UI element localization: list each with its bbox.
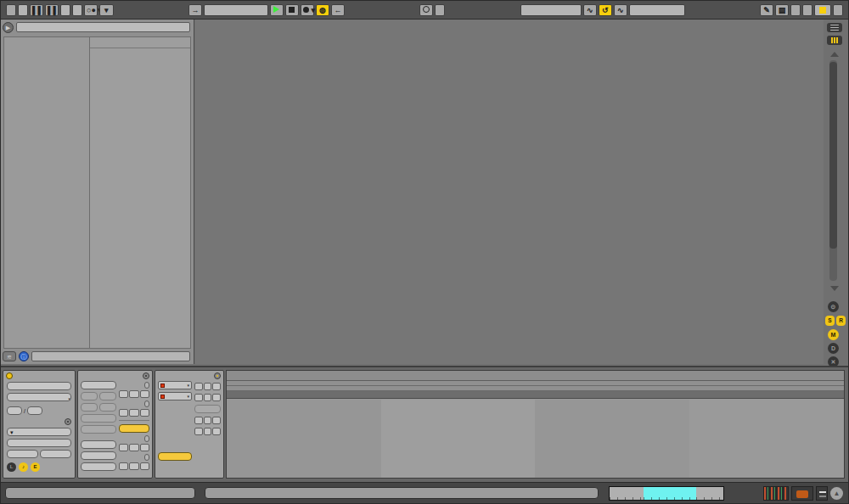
launch-box-toggle[interactable]: L (7, 462, 16, 472)
transport-bar: ▌▌ ▌▌ ○● ▾ ▾ → ▾ ◍ ← ∿ ↺ ∿ (1, 1, 848, 20)
scroll-up-icon[interactable] (830, 52, 839, 57)
duplicate-loop-button[interactable] (81, 425, 116, 434)
disk-overload-indicator[interactable] (833, 4, 843, 16)
play-button[interactable] (270, 4, 284, 16)
stop-button[interactable] (285, 4, 299, 16)
envelope-parameter-chooser[interactable]: ▾ (158, 392, 192, 400)
notes-panel (77, 370, 153, 479)
clip-overview[interactable] (609, 486, 724, 501)
end-position-fields[interactable] (119, 409, 149, 417)
groove-icon[interactable] (65, 418, 71, 425)
signature-denominator-field[interactable] (27, 406, 42, 415)
midi-overdub-button[interactable]: ◍ (316, 4, 329, 16)
arrangement-position-field[interactable] (204, 4, 268, 16)
nudge-forward-button[interactable] (40, 450, 71, 458)
loop-length-fields[interactable] (119, 462, 149, 470)
sends-toggle-button[interactable]: S (825, 316, 835, 326)
draw-mode-button[interactable]: ✎ (760, 4, 773, 16)
invert-button[interactable] (99, 403, 116, 412)
clip-name-field[interactable] (7, 382, 71, 390)
env-loop-button[interactable] (194, 405, 221, 413)
back-to-arrangement-button[interactable]: ← (331, 4, 345, 16)
stop-icon (289, 7, 295, 13)
env-end-fields[interactable] (194, 394, 221, 401)
session-record-button[interactable] (419, 4, 433, 16)
note-range-field[interactable] (81, 381, 116, 389)
status-bar: ▲ (1, 482, 848, 503)
half-tempo-button[interactable] (81, 392, 98, 400)
loop-position-fields[interactable] (119, 444, 149, 451)
metronome-button[interactable]: ○● ▾ (84, 4, 98, 16)
commit-button[interactable] (7, 439, 71, 447)
device-thumbnail-saturator[interactable] (791, 486, 813, 501)
record-icon (303, 7, 309, 13)
nudge-down-button[interactable]: ▌▌ (30, 4, 43, 16)
groove-amount-field[interactable] (72, 4, 82, 16)
double-tempo-button[interactable] (99, 392, 116, 400)
linked-button[interactable] (158, 452, 192, 461)
browser-content (90, 36, 191, 349)
sub-bank-field[interactable] (81, 451, 116, 460)
bank-select-field[interactable] (81, 440, 116, 449)
mixer-toggle-button[interactable]: M (828, 329, 839, 340)
show-hide-detail-icon[interactable]: ▲ (830, 487, 843, 500)
loop-switch[interactable] (119, 424, 149, 433)
quantization-menu[interactable]: ▾ (99, 4, 114, 16)
filter-icon[interactable]: ≋ (3, 351, 16, 361)
io-toggle-icon[interactable]: ⊙ (828, 301, 839, 312)
set-start-button[interactable] (144, 382, 149, 389)
punch-in-button[interactable]: ∿ (583, 4, 597, 16)
reverse-button[interactable] (81, 403, 98, 412)
notes-box-toggle[interactable]: ♪ (19, 462, 28, 472)
computer-keyboard-button[interactable]: ▤ (775, 4, 789, 16)
key-map-button[interactable] (790, 4, 801, 16)
io-show-hide-icon[interactable] (827, 23, 842, 32)
notes-fold-icon[interactable] (143, 372, 149, 379)
preview-icon[interactable]: ▶ (3, 22, 14, 33)
clip-activator-icon[interactable] (6, 372, 13, 379)
mixer-show-hide-icon[interactable] (827, 36, 842, 45)
legato-button[interactable] (81, 414, 116, 423)
search-input[interactable] (16, 22, 190, 32)
capture-new-button[interactable] (435, 4, 445, 16)
env-start-fields[interactable] (194, 383, 221, 390)
tempo-field[interactable] (18, 4, 28, 16)
delay-toggle-button[interactable]: D (828, 343, 839, 354)
envelopes-fold-icon[interactable] (214, 372, 221, 379)
set-length-button[interactable] (144, 454, 149, 461)
clip-color-menu[interactable]: ▾ (7, 393, 71, 401)
tap-tempo-button[interactable] (6, 4, 16, 16)
device-thumbnail-eq[interactable] (816, 486, 828, 501)
session-view (195, 20, 824, 364)
beat-time-ruler[interactable] (227, 371, 844, 381)
punch-out-button[interactable]: ∿ (614, 4, 627, 16)
nudge-up-button[interactable]: ▌▌ (45, 4, 59, 16)
start-position-fields[interactable] (119, 390, 149, 398)
loop-start-field[interactable] (520, 4, 582, 16)
info-icon[interactable]: ⓘ (19, 351, 29, 361)
name-column-header[interactable] (90, 37, 190, 48)
envelope-device-chooser[interactable]: ▾ (158, 381, 192, 389)
env-length-fields[interactable] (194, 428, 221, 435)
nudge-back-button[interactable] (7, 450, 38, 458)
env-position-fields[interactable] (194, 417, 221, 424)
program-field[interactable] (81, 462, 116, 471)
locator-lane[interactable] (227, 391, 844, 399)
set-end-button[interactable] (144, 400, 149, 407)
follow-button[interactable]: → (188, 4, 202, 16)
arrangement-record-button[interactable]: ▾ (301, 4, 314, 16)
midi-note-editor[interactable] (226, 370, 845, 479)
midi-map-button[interactable] (802, 4, 812, 16)
device-thumbnail-drumrack[interactable] (763, 486, 789, 501)
time-signature-field[interactable] (60, 4, 70, 16)
scroll-down-icon[interactable] (830, 286, 839, 291)
signature-numerator-field[interactable] (7, 406, 22, 415)
loop-length-field[interactable] (629, 4, 685, 16)
note-area[interactable] (227, 400, 844, 478)
set-position-button[interactable] (144, 435, 149, 442)
returns-toggle-button[interactable]: R (836, 316, 846, 326)
vertical-scrollbar-thumb[interactable] (829, 62, 837, 249)
loop-button[interactable]: ↺ (599, 4, 612, 16)
groove-menu[interactable]: ▾ (7, 428, 71, 436)
envelopes-box-toggle[interactable]: E (31, 462, 40, 472)
